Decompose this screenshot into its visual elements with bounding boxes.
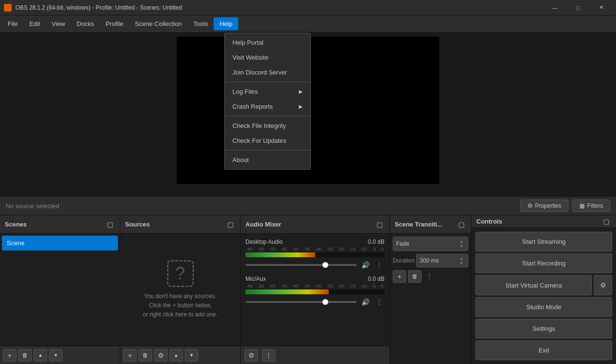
menu-about[interactable]: About (225, 152, 310, 167)
controls-body: Start Streaming Start Recording Start Vi… (472, 228, 616, 364)
dots-icon: ⋮ (426, 273, 433, 280)
desktop-options-button[interactable]: ⋮ (374, 260, 385, 270)
menu-visit-website[interactable]: Visit Website (225, 50, 310, 65)
transitions-icons: + 🗑 ⋮ (393, 270, 468, 283)
close-button[interactable]: ✕ (590, 0, 612, 15)
menu-file[interactable]: File (2, 17, 24, 30)
filters-button[interactable]: ▦ Filters (572, 200, 610, 212)
plus-icon: + (398, 273, 401, 280)
audio-panel-footer: ⚙ ⋮ (241, 346, 389, 364)
scenes-list: Scene (0, 234, 120, 346)
scenes-panel: Scenes ▢ Scene + 🗑 ▲ ▼ (0, 215, 120, 364)
menu-crash-reports[interactable]: Crash Reports ▶ (225, 99, 310, 114)
scene-item[interactable]: Scene (2, 236, 118, 251)
menu-docks[interactable]: Docks (71, 17, 100, 30)
trash-icon: 🗑 (412, 273, 418, 280)
transition-arrow-up[interactable]: ▲ (458, 239, 465, 244)
menu-help[interactable]: Help (214, 17, 238, 30)
transition-select[interactable]: Fade ▲ ▼ (393, 237, 468, 251)
menubar: File Edit View Docks Profile Scene Colle… (0, 15, 616, 33)
menu-scene-collection[interactable]: Scene Collection (129, 17, 188, 30)
transition-select-arrows: ▲ ▼ (458, 239, 465, 249)
exit-button[interactable]: Exit (475, 340, 612, 360)
start-virtual-camera-button[interactable]: Start Virtual Camera (475, 275, 592, 295)
desktop-audio-db: 0.0 dB (368, 238, 385, 245)
mic-slider-thumb (322, 299, 328, 305)
scenes-up-button[interactable]: ▲ (34, 349, 47, 362)
menu-join-discord[interactable]: Join Discord Server (225, 65, 310, 80)
desktop-volume-slider[interactable] (245, 264, 357, 266)
mic-aux-track: Mic/Aux 0.0 dB -60 -55 -50 -45 -40 -35 -… (244, 274, 386, 309)
mic-meter-fill (245, 289, 329, 294)
menu-check-for-updates[interactable]: Check For Updates (225, 133, 310, 148)
desktop-audio-meter (245, 252, 385, 257)
separator-3 (225, 150, 310, 151)
mic-mute-button[interactable]: 🔊 (359, 296, 371, 308)
scenes-collapse-btn[interactable]: ▢ (104, 219, 115, 230)
mic-aux-header: Mic/Aux 0.0 dB (245, 276, 385, 282)
desktop-audio-header: Desktop Audio 0.0 dB (245, 238, 385, 245)
sources-empty-icon: ? (167, 260, 194, 287)
scenes-add-button[interactable]: + (3, 349, 16, 362)
crash-reports-arrow: ▶ (299, 104, 303, 109)
maximize-button[interactable]: □ (567, 0, 589, 15)
transitions-collapse-btn[interactable]: ▢ (456, 219, 466, 230)
menu-profile[interactable]: Profile (100, 17, 129, 30)
transition-duration-row: Duration 300 ms ▲ ▼ (393, 254, 468, 267)
audio-meter-scale: -60 -55 -50 -45 -40 -35 -30 -25 -20 -15 … (245, 247, 385, 251)
menu-help-portal[interactable]: Help Portal (225, 35, 310, 50)
menu-edit[interactable]: Edit (24, 17, 46, 30)
start-streaming-button[interactable]: Start Streaming (475, 232, 612, 251)
mic-volume-slider[interactable] (245, 301, 357, 303)
sources-empty-text: You don't have any sources. Click the + … (143, 292, 218, 320)
duration-down[interactable]: ▼ (458, 261, 465, 265)
studio-mode-button[interactable]: Studio Mode (475, 297, 612, 317)
separator-1 (225, 82, 310, 82)
remove-transition-button[interactable]: 🗑 (408, 270, 422, 283)
sources-up-button[interactable]: ▲ (169, 349, 183, 362)
menu-check-file-integrity[interactable]: Check File Integrity (225, 118, 310, 133)
menu-log-files[interactable]: Log Files ▶ (225, 84, 310, 99)
mic-options-button[interactable]: ⋮ (374, 297, 385, 307)
controls-panel: Controls ▢ Start Streaming Start Recordi… (472, 215, 616, 364)
settings-button[interactable]: Settings (475, 319, 612, 339)
audio-collapse-btn[interactable]: ▢ (374, 219, 385, 230)
scenes-footer: + 🗑 ▲ ▼ (0, 346, 120, 364)
duration-label: Duration (393, 257, 414, 264)
down-icon: ▼ (53, 352, 58, 358)
scenes-down-button[interactable]: ▼ (49, 349, 63, 362)
add-transition-button[interactable]: + (393, 270, 406, 283)
audio-settings-button[interactable]: ⚙ (244, 349, 258, 362)
scenes-remove-button[interactable]: 🗑 (18, 349, 32, 362)
gear-icon: ⚙ (248, 351, 255, 359)
transition-options-button[interactable]: ⋮ (424, 270, 435, 283)
audio-menu-button[interactable]: ⋮ (262, 349, 275, 362)
separator-2 (225, 116, 310, 116)
trash-icon: 🗑 (22, 352, 28, 359)
titlebar: OBS 28.1.2 (64-bit, windows) - Profile: … (0, 0, 616, 15)
menu-view[interactable]: View (46, 17, 71, 30)
duration-up[interactable]: ▲ (458, 256, 465, 261)
controls-collapse-btn[interactable]: ▢ (601, 216, 611, 227)
sources-collapse-btn[interactable]: ▢ (225, 219, 235, 230)
transition-arrow-down[interactable]: ▼ (458, 244, 465, 249)
desktop-mute-button[interactable]: 🔊 (359, 259, 371, 271)
start-recording-button[interactable]: Start Recording (475, 253, 612, 273)
transitions-panel: Scene Transiti... ▢ Fade ▲ ▼ Duration 30… (390, 215, 472, 364)
minimize-button[interactable]: — (544, 0, 566, 15)
mic-aux-meter (245, 289, 385, 294)
mic-aux-name: Mic/Aux (245, 276, 266, 282)
menu-tools[interactable]: Tools (188, 17, 214, 30)
virtual-camera-settings-button[interactable]: ⚙ (594, 275, 612, 295)
sources-settings-button[interactable]: ⚙ (154, 349, 167, 362)
sources-body[interactable]: ? You don't have any sources. Click the … (120, 234, 240, 346)
duration-spinbox[interactable]: 300 ms ▲ ▼ (416, 254, 468, 267)
sources-down-button[interactable]: ▼ (185, 349, 198, 362)
audio-panel-header: Audio Mixer ▢ (241, 215, 389, 234)
audio-body: Desktop Audio 0.0 dB -60 -55 -50 -45 -40… (241, 234, 389, 346)
scenes-title: Scenes (5, 221, 27, 228)
sources-add-button[interactable]: + (123, 349, 137, 362)
properties-button[interactable]: ⚙ Properties (520, 200, 569, 212)
sources-remove-button[interactable]: 🗑 (139, 349, 152, 362)
up-icon: ▲ (174, 352, 179, 358)
